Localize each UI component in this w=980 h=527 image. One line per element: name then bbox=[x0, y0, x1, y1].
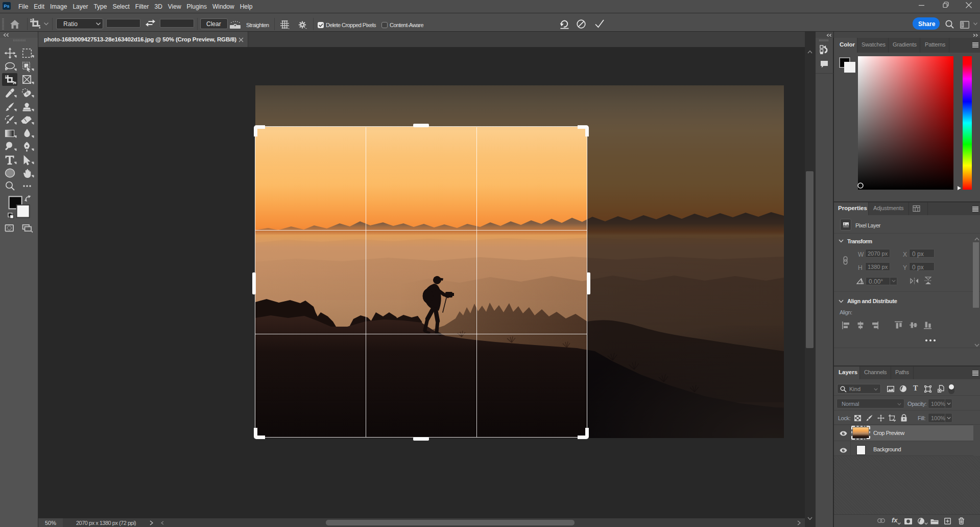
svg-text:Ps: Ps bbox=[4, 4, 9, 9]
